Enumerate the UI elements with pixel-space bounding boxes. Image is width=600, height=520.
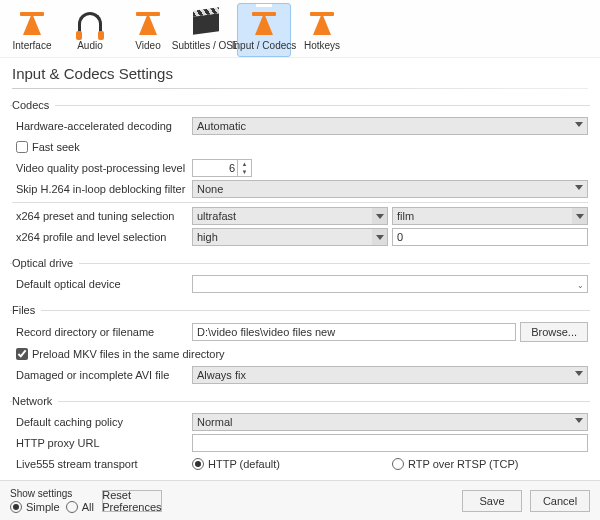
clapper-icon: [193, 13, 219, 35]
save-button[interactable]: Save: [462, 490, 522, 512]
content-area: Codecs Hardware-accelerated decoding Aut…: [0, 89, 600, 487]
group-optical: Optical drive Default optical device ⌄: [10, 257, 590, 298]
hw-decoding-dropdown[interactable]: Automatic: [192, 117, 588, 135]
fast-seek-checkbox[interactable]: Fast seek: [12, 141, 80, 153]
skip-h264-dropdown[interactable]: None: [192, 180, 588, 198]
chevron-down-icon: ⌄: [577, 281, 584, 290]
record-dir-input[interactable]: D:\video files\video files new: [192, 323, 516, 341]
group-files: Files Record directory or filename D:\vi…: [10, 304, 590, 389]
pp-level-spinner[interactable]: 6▲▼: [192, 159, 252, 177]
live555-rtp-radio[interactable]: RTP over RTSP (TCP): [392, 458, 588, 470]
checkbox-label: Preload MKV files in the same directory: [32, 348, 225, 360]
dropdown-value: high: [197, 231, 218, 243]
x264-profile-dropdown[interactable]: high: [192, 228, 388, 246]
dropdown-value: film: [397, 210, 414, 222]
x264-tune-dropdown[interactable]: film: [392, 207, 588, 225]
pp-level-label: Video quality post-processing level: [12, 162, 192, 174]
group-codecs: Codecs Hardware-accelerated decoding Aut…: [10, 99, 590, 251]
cone-icon: [313, 13, 331, 35]
input-value: 0: [397, 231, 403, 243]
reset-prefs-button[interactable]: Reset Preferences: [102, 490, 162, 512]
spinner-value: 6: [229, 162, 235, 174]
browse-button[interactable]: Browse...: [520, 322, 588, 342]
tab-label: Input / Codecs: [232, 40, 296, 51]
group-network: Network Default caching policy Normal HT…: [10, 395, 590, 478]
x264-preset-label: x264 preset and tuning selection: [12, 210, 192, 222]
spinner-buttons[interactable]: ▲▼: [237, 160, 251, 176]
tab-audio[interactable]: Audio: [63, 3, 117, 57]
chevron-down-icon: [575, 371, 583, 376]
cone-icon: [23, 13, 41, 35]
category-toolbar: Interface Audio Video Subtitles / OSD In…: [0, 0, 600, 58]
dropdown-value: Automatic: [197, 120, 246, 132]
button-label: Save: [479, 495, 504, 507]
cancel-button[interactable]: Cancel: [530, 490, 590, 512]
tab-hotkeys[interactable]: Hotkeys: [295, 3, 349, 57]
checkbox-label: Fast seek: [32, 141, 80, 153]
live555-http-radio[interactable]: HTTP (default): [192, 458, 388, 470]
optical-device-label: Default optical device: [12, 278, 192, 290]
group-legend: Network: [12, 395, 58, 407]
chevron-down-icon: [572, 208, 587, 224]
radio-label: RTP over RTSP (TCP): [408, 458, 518, 470]
footer-bar: Show settings Simple All Reset Preferenc…: [0, 480, 600, 520]
caching-dropdown[interactable]: Normal: [192, 413, 588, 431]
http-proxy-label: HTTP proxy URL: [12, 437, 192, 449]
tab-label: Audio: [77, 40, 103, 51]
dropdown-value: Normal: [197, 416, 232, 428]
show-simple-radio[interactable]: Simple: [10, 501, 60, 513]
http-proxy-input[interactable]: [192, 434, 588, 452]
dropdown-value: ultrafast: [197, 210, 236, 222]
tab-subtitles[interactable]: Subtitles / OSD: [179, 3, 233, 57]
headphones-icon: [78, 12, 102, 36]
show-settings-label: Show settings: [10, 488, 94, 499]
radio-icon: [66, 501, 78, 513]
cone-icon: [139, 13, 157, 35]
chevron-down-icon: [575, 185, 583, 190]
optical-device-dropdown[interactable]: ⌄: [192, 275, 588, 293]
radio-icon: [392, 458, 404, 470]
cone-icon: [255, 13, 273, 35]
dropdown-value: Always fix: [197, 369, 246, 381]
show-all-radio[interactable]: All: [66, 501, 94, 513]
dropdown-value: None: [197, 183, 223, 195]
x264-profile-label: x264 profile and level selection: [12, 231, 192, 243]
live555-label: Live555 stream transport: [12, 458, 192, 470]
x264-preset-dropdown[interactable]: ultrafast: [192, 207, 388, 225]
caching-label: Default caching policy: [12, 416, 192, 428]
tab-label: Hotkeys: [304, 40, 340, 51]
tab-interface[interactable]: Interface: [5, 3, 59, 57]
preload-mkv-checkbox[interactable]: Preload MKV files in the same directory: [12, 348, 225, 360]
group-legend: Optical drive: [12, 257, 79, 269]
record-dir-label: Record directory or filename: [12, 326, 192, 338]
radio-label: All: [82, 501, 94, 513]
group-legend: Codecs: [12, 99, 55, 111]
radio-label: HTTP (default): [208, 458, 280, 470]
tab-video[interactable]: Video: [121, 3, 175, 57]
chevron-down-icon: [575, 122, 583, 127]
chevron-down-icon: [372, 229, 387, 245]
damaged-avi-label: Damaged or incomplete AVI file: [12, 369, 192, 381]
divider: [12, 202, 588, 203]
tab-label: Interface: [13, 40, 52, 51]
button-label: Cancel: [543, 495, 577, 507]
radio-icon: [192, 458, 204, 470]
x264-level-input[interactable]: 0: [392, 228, 588, 246]
tab-input-codecs[interactable]: Input / Codecs: [237, 3, 291, 57]
page-title: Input & Codecs Settings: [0, 58, 600, 85]
button-label: Browse...: [531, 326, 577, 338]
tab-label: Subtitles / OSD: [172, 40, 240, 51]
chevron-down-icon: [575, 418, 583, 423]
skip-h264-label: Skip H.264 in-loop deblocking filter: [12, 183, 192, 195]
group-legend: Files: [12, 304, 41, 316]
input-value: D:\video files\video files new: [197, 326, 335, 338]
damaged-avi-dropdown[interactable]: Always fix: [192, 366, 588, 384]
radio-label: Simple: [26, 501, 60, 513]
tab-label: Video: [135, 40, 160, 51]
button-label: Reset Preferences: [102, 489, 161, 513]
chevron-down-icon: [372, 208, 387, 224]
radio-icon: [10, 501, 22, 513]
hw-decoding-label: Hardware-accelerated decoding: [12, 120, 192, 132]
